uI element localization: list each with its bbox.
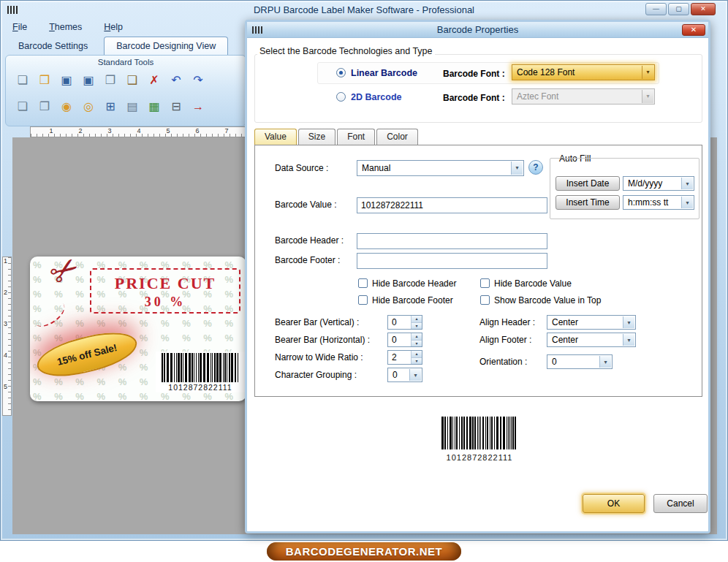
linear-barcode-label[interactable]: Linear Barcode <box>351 68 417 78</box>
date-format-dropdown[interactable]: M/d/yyyy ▾ <box>623 176 694 191</box>
undo-icon[interactable]: ↶ <box>168 71 184 89</box>
orientation-dropdown[interactable]: 0 ▾ <box>547 354 613 369</box>
barcode-app-icon <box>252 26 263 34</box>
chevron-down-icon[interactable]: ▾ <box>409 369 421 381</box>
menu-item[interactable]: Help <box>104 22 123 32</box>
bearer-vertical-stepper[interactable]: 0 ▴▾ <box>387 315 422 330</box>
image-icon[interactable]: ▦ <box>146 97 162 115</box>
chevron-down-icon[interactable]: ▾ <box>642 66 653 79</box>
hide-barcode-footer-label[interactable]: Hide Barcode Footer <box>372 295 453 305</box>
help-icon[interactable]: ? <box>528 160 543 175</box>
window-title: DRPU Barcode Label Maker Software - Prof… <box>254 4 474 15</box>
chevron-down-icon[interactable]: ▾ <box>681 178 693 189</box>
chevron-down-icon[interactable]: ▾ <box>623 334 634 346</box>
paste-icon[interactable]: ❑ <box>124 71 140 89</box>
export-icon[interactable]: → <box>190 97 206 115</box>
show-barcode-value-top-checkbox[interactable] <box>480 295 490 305</box>
tab-barcode-designing-view[interactable]: Barcode Designing View <box>104 37 228 55</box>
hide-barcode-value-checkbox[interactable] <box>480 278 490 288</box>
data-source-dropdown[interactable]: Manual ▾ <box>357 160 524 176</box>
insert-date-button[interactable]: Insert Date <box>556 176 620 191</box>
ruler-number: 5 <box>3 383 11 414</box>
menu-item[interactable]: Themes <box>49 22 82 32</box>
char-grouping-dropdown[interactable]: 0 ▾ <box>387 368 422 382</box>
tab-barcode-settings[interactable]: Barcode Settings <box>7 37 99 55</box>
align-header-dropdown[interactable]: Center ▾ <box>547 315 636 330</box>
tab-value[interactable]: Value <box>254 129 297 145</box>
tab-font[interactable]: Font <box>337 129 375 145</box>
chevron-down-icon[interactable]: ▾ <box>623 316 634 328</box>
ruler-number: 3 <box>3 320 11 352</box>
chevron-down-icon[interactable]: ▾ <box>681 197 693 208</box>
barcode-bars <box>157 353 243 382</box>
barcode-header-input[interactable] <box>357 233 547 249</box>
list-icon[interactable]: ▤ <box>124 97 140 115</box>
show-barcode-value-top-label[interactable]: Show Barcode Value in Top <box>494 295 601 305</box>
hide-barcode-header-checkbox[interactable] <box>358 278 368 288</box>
menu-item[interactable]: File <box>12 22 27 32</box>
chevron-down-icon[interactable]: ▾ <box>511 162 523 175</box>
spin-up-icon[interactable]: ▴ <box>412 316 422 323</box>
barcode-footer-input[interactable] <box>357 253 547 269</box>
open-folder-icon[interactable]: ❒ <box>37 71 53 89</box>
spin-up-icon[interactable]: ▴ <box>412 333 422 341</box>
toolbar-title: Standard Tools <box>6 58 246 67</box>
linear-font-label: Barcode Font : <box>443 69 505 79</box>
delete-icon[interactable]: ✗ <box>146 71 162 89</box>
spin-down-icon[interactable]: ▾ <box>412 323 422 330</box>
ok-button[interactable]: OK <box>583 494 645 513</box>
coupon-label[interactable]: % % % % % % % % % % % % % % % % % % % % … <box>30 257 246 401</box>
minimize-button[interactable]: — <box>645 3 667 15</box>
2d-barcode-label[interactable]: 2D Barcode <box>351 92 401 102</box>
spin-down-icon[interactable]: ▾ <box>412 341 422 347</box>
ruler-number: 3 <box>95 127 124 137</box>
standard-tools-panel: Standard Tools ❏❒▣▣❐❑✗↶↷ ❏❐◉◎⊞▤▦⊟→ <box>5 55 246 126</box>
vertical-ruler: 12345 <box>2 257 12 416</box>
title-bar[interactable]: DRPU Barcode Label Maker Software - Prof… <box>1 1 727 18</box>
dialog-close-button[interactable]: ✕ <box>682 24 705 36</box>
copy-icon[interactable]: ❐ <box>102 71 118 89</box>
hide-barcode-value-label[interactable]: Hide Barcode Value <box>494 278 572 289</box>
ruler-number: 7 <box>212 127 241 137</box>
barcode-value-input[interactable] <box>357 197 547 213</box>
hide-barcode-header-label[interactable]: Hide Barcode Header <box>372 278 456 289</box>
cancel-button[interactable]: Cancel <box>653 494 708 513</box>
chevron-down-icon[interactable]: ▾ <box>599 356 611 368</box>
print-icon[interactable]: ⊟ <box>168 97 184 115</box>
bearer-horizontal-label: Bearer Bar (Horizontal) : <box>275 335 370 345</box>
hide-barcode-footer-checkbox[interactable] <box>358 295 368 305</box>
new-document-icon[interactable]: ❏ <box>15 71 31 89</box>
ruler-number: 6 <box>183 127 212 137</box>
barcode-preview <box>434 417 525 449</box>
ruler-number: 4 <box>3 352 11 383</box>
tab-size[interactable]: Size <box>298 129 335 145</box>
brand-logo: BARCODEGENERATOR.NET <box>267 542 461 561</box>
spin-up-icon[interactable]: ▴ <box>412 351 422 358</box>
lock-icon[interactable]: ◉ <box>58 97 75 115</box>
duplicate-icon[interactable]: ❏ <box>15 97 31 115</box>
save-icon[interactable]: ▣ <box>58 71 75 89</box>
save-all-icon[interactable]: ▣ <box>80 71 96 89</box>
unlock-icon[interactable]: ◎ <box>80 97 96 115</box>
coupon-barcode[interactable]: 1012872822111 <box>156 352 245 392</box>
2d-barcode-radio[interactable] <box>336 92 346 102</box>
linear-font-dropdown[interactable]: Code 128 Font ▾ <box>512 64 655 80</box>
spin-down-icon[interactable]: ▾ <box>412 358 422 365</box>
grid-icon[interactable]: ⊞ <box>102 97 118 115</box>
price-cut-box[interactable]: PRICE CUT 30 % <box>90 268 240 314</box>
dialog-title-bar[interactable]: Barcode Properties <box>247 22 708 38</box>
linear-barcode-radio[interactable] <box>336 68 346 77</box>
copy-page-icon[interactable]: ❐ <box>37 97 53 115</box>
time-format-dropdown[interactable]: h:mm:ss tt ▾ <box>623 195 694 210</box>
narrow-wide-stepper[interactable]: 2 ▴▾ <box>387 350 422 365</box>
bearer-horizontal-stepper[interactable]: 0 ▴▾ <box>387 333 422 347</box>
insert-time-button[interactable]: Insert Time <box>556 195 620 210</box>
close-button[interactable]: ✕ <box>691 3 716 15</box>
tab-color[interactable]: Color <box>376 129 418 145</box>
redo-icon[interactable]: ↷ <box>190 71 206 89</box>
discount-text: 30 % <box>91 295 239 310</box>
align-footer-dropdown[interactable]: Center ▾ <box>547 333 636 347</box>
barcode-footer-label: Barcode Footer : <box>275 255 340 265</box>
maximize-button[interactable]: ▢ <box>668 3 689 15</box>
price-cut-text: PRICE CUT <box>91 274 239 293</box>
